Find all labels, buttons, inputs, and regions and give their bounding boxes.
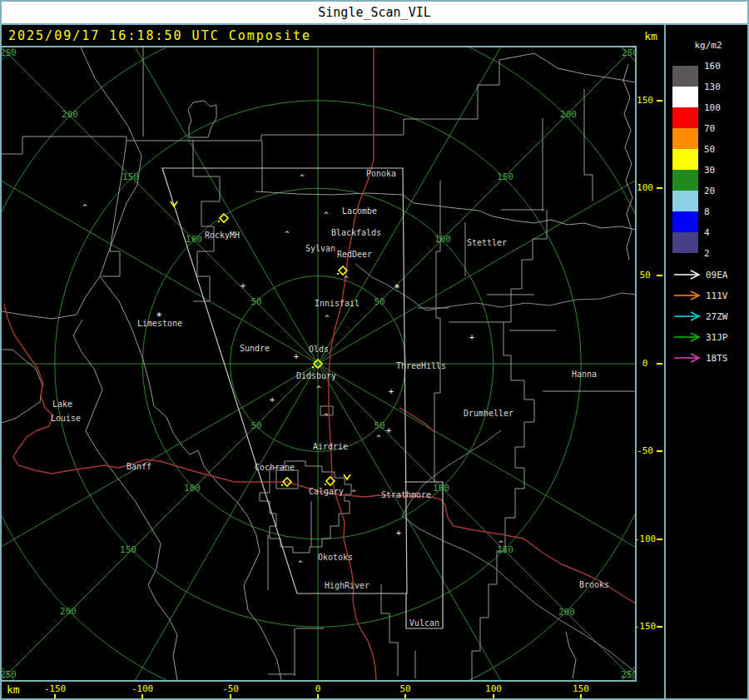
ring-distance-label: 200 — [560, 109, 577, 120]
ring-distance-label: 50 — [250, 420, 261, 431]
bottom-axis-tick-label: -100 — [131, 683, 154, 694]
scale-color-block — [672, 191, 698, 211]
scale-value-label: 30 — [704, 165, 737, 176]
town-plus-marker: + — [241, 281, 246, 290]
ring-distance-label: 200 — [62, 109, 78, 120]
track-id-label: 31JP — [706, 332, 746, 343]
scale-value-label: 50 — [704, 144, 737, 155]
track-id-label: 27ZW — [706, 311, 746, 322]
scale-value-label: 20 — [704, 186, 737, 196]
divider-title — [2, 23, 747, 25]
county-boundary — [472, 210, 547, 680]
storm-cell-dot — [312, 366, 314, 368]
track-id-label: 111V — [706, 290, 746, 301]
right-axis-unit: km — [638, 30, 663, 42]
scale-color-block — [672, 87, 698, 107]
county-boundary — [188, 101, 216, 137]
town-plus-marker: + — [469, 333, 474, 342]
scale-color-block — [672, 107, 698, 128]
ring-distance-label: 150 — [120, 544, 136, 555]
town-caret-marker: ^ — [351, 489, 356, 497]
city-label: Didsbury — [296, 371, 336, 380]
ring-distance-label: 100 — [434, 234, 451, 245]
right-axis-tick-label: 100 — [633, 182, 657, 193]
storm-cell-dot — [281, 484, 283, 486]
bottom-axis-tick — [580, 694, 582, 700]
bottom-axis-tick-label: -50 — [222, 683, 239, 694]
track-arrow-icon — [672, 353, 706, 363]
scale-value-label: 70 — [704, 123, 737, 134]
right-axis-tick-label: 150 — [633, 95, 657, 106]
city-label: Brooks — [579, 580, 609, 589]
radial-line — [2, 131, 318, 364]
track-arrow-icon — [672, 311, 706, 321]
city-label: Stettler — [467, 238, 507, 247]
track-id-label: 09EA — [706, 270, 746, 280]
radar-app-window: Single_Scan_VIL 2025/09/17 16:18:50 UTC … — [0, 0, 749, 700]
ring-distance-label: 100 — [184, 483, 201, 494]
right-axis-tick — [657, 100, 662, 102]
county-boundary — [73, 320, 177, 680]
town-caret-marker: ^ — [298, 559, 303, 568]
scale-value-label: 4 — [704, 227, 737, 238]
timestamp-label: 2025/09/17 16:18:50 UTC Composite — [8, 28, 311, 43]
county-boundary — [623, 64, 632, 260]
bottom-axis-tick-label: 50 — [399, 683, 410, 694]
town-caret-marker: ^ — [376, 434, 381, 442]
radial-line — [318, 364, 635, 597]
scale-value-label: 160 — [704, 61, 737, 72]
city-label: Airdrie — [313, 442, 348, 451]
ring-distance-label: 50 — [250, 296, 261, 307]
ring-distance-label: 200 — [60, 606, 77, 617]
bottom-axis-tick — [141, 694, 143, 700]
county-boundary — [584, 89, 593, 201]
storm-cell-dot — [325, 484, 326, 485]
scale-value-label: 2 — [704, 248, 737, 259]
storm-cell-dot — [337, 273, 339, 275]
town-asterisk-marker: * — [156, 310, 161, 322]
county-boundary — [434, 181, 440, 482]
city-label: Calgary — [309, 487, 344, 496]
bottom-axis-tick-label: 150 — [573, 683, 589, 694]
map-bottom-border — [2, 680, 637, 682]
town-caret-marker: ^ — [82, 203, 87, 211]
city-label: Innisfail — [315, 299, 360, 308]
county-boundary — [381, 584, 398, 676]
radar-map[interactable]: 5050505010010010010015015015015020020020… — [2, 47, 635, 680]
right-axis-tick-label: 0 — [633, 358, 657, 369]
city-label: RockyMH — [205, 231, 240, 240]
ring-distance-label: 100 — [186, 234, 202, 245]
town-asterisk-marker: * — [394, 282, 399, 294]
scale-color-block — [672, 128, 698, 149]
bottom-axis-tick-label: 100 — [485, 683, 502, 694]
city-label: Lake — [52, 400, 72, 409]
window-title: Single_Scan_VIL — [2, 2, 747, 23]
city-label: Vulcan — [409, 618, 439, 628]
right-axis-tick — [657, 539, 662, 540]
city-label: Drumheller — [464, 409, 513, 418]
right-axis-tick — [657, 187, 662, 189]
city-label: Hanna — [572, 370, 597, 379]
city-label: ThreeHills — [396, 361, 446, 370]
ring-distance-label: 250 — [2, 47, 17, 58]
right-axis-tick-label: -50 — [633, 445, 657, 456]
ring-distance-label: 200 — [558, 607, 575, 618]
town-caret-marker: ^ — [316, 385, 321, 393]
ring-distance-label: 150 — [497, 171, 513, 182]
county-boundary — [566, 632, 576, 678]
storm-cell-dot — [218, 221, 220, 222]
city-label: Blackfalds — [331, 228, 381, 237]
bottom-axis-tick-label: 0 — [315, 683, 321, 694]
town-plus-marker: + — [270, 395, 275, 405]
scale-color-block — [672, 149, 698, 170]
track-id-label: 18TS — [706, 353, 746, 364]
scale-color-block — [672, 211, 698, 232]
scale-color-block — [672, 66, 698, 87]
town-caret-marker: ^ — [324, 412, 329, 420]
right-axis-tick-label: -150 — [633, 621, 657, 632]
right-axis-tick-label: -100 — [633, 534, 657, 544]
track-arrow-icon — [672, 290, 706, 300]
county-boundary — [255, 191, 635, 230]
city-label: Okotoks — [318, 553, 353, 562]
city-label: Ponoka — [366, 169, 396, 178]
